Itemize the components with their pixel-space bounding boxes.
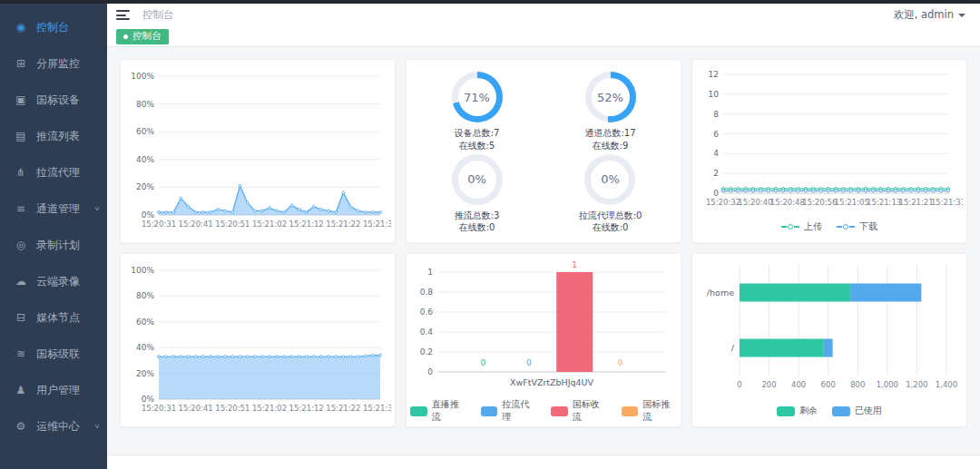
legend-item[interactable]: 剩余 [777,405,818,417]
svg-text:60%: 60% [136,127,154,136]
svg-text:15:20:51: 15:20:51 [215,404,250,413]
gauge-channels: 52%通道总数:17在线数:9 [584,72,635,151]
legend-item[interactable]: 拉流代理 [481,398,537,424]
svg-text:/: / [731,343,735,353]
chevron-down-icon [958,14,965,17]
svg-text:XwFtVZrtZbHJq4UV: XwFtVZrtZbHJq4UV [510,377,594,387]
svg-text:15:20:56: 15:20:56 [802,198,837,207]
sidebar-item-cloud-record[interactable]: ☁云端录像 [0,263,107,299]
sidebar-item-label: 媒体节点 [36,310,80,326]
svg-text:15:21:30: 15:21:30 [363,220,391,229]
svg-text:15:21:02: 15:21:02 [252,404,287,413]
cpu-usage-chart: 100%80%60%40%20%0%15:20:3115:20:4115:20:… [124,64,391,239]
svg-text:600: 600 [821,380,836,389]
svg-text:60%: 60% [136,318,154,327]
gauge-percent: 0% [601,172,620,186]
sidebar-item-user-mgmt[interactable]: ♟用户管理 [0,372,107,408]
stream-stats-card: 10.80.60.40.200010XwFtVZrtZbHJq4UV 直播推流拉… [406,253,681,427]
legend-swatch-icon [551,406,568,416]
svg-text:100%: 100% [131,72,154,81]
gauge-ring: 0% [584,154,635,205]
main-area: 控制台 欢迎, admin 控制台 100%80%60%40%20%0%15:2… [107,4,980,469]
gauge-ring: 52% [585,72,636,122]
legend-item[interactable]: 国标推流 [622,398,678,424]
sidebar-item-split-monitor[interactable]: ⊞分屏监控 [0,45,107,82]
svg-text:0: 0 [427,367,433,376]
svg-text:/home: /home [707,288,734,298]
legend-label: 直播推流 [432,398,466,424]
gb-device-icon: ▣ [15,93,27,106]
sidebar-item-gb-devices[interactable]: ▣国标设备 [0,82,107,118]
svg-text:15:21:05: 15:21:05 [835,198,869,207]
sidebar-item-label: 推流列表 [36,129,80,144]
svg-text:80%: 80% [136,291,154,300]
legend-swatch-icon [777,406,795,416]
svg-text:0%: 0% [142,210,155,220]
sidebar-item-pull-proxy[interactable]: ⋔拉流代理 [0,154,107,191]
stats-gauges-card: 71%设备总数:7在线数:552%通道总数:17在线数:90%推流总数:3在线数… [406,59,681,243]
sidebar-item-media-node[interactable]: ⊟媒体节点 [0,299,107,336]
user-menu[interactable]: 欢迎, admin [894,8,965,22]
dashboard-icon: ◉ [15,21,27,34]
legend-swatch-icon [410,406,427,416]
legend-item[interactable]: 上传 [781,220,822,233]
memory-usage-card: 100%80%60%40%20%0%15:20:3115:20:4115:20:… [120,253,396,427]
legend-item[interactable]: 下载 [837,220,877,233]
svg-text:20%: 20% [136,182,154,191]
svg-text:2: 2 [713,169,719,178]
legend-item[interactable]: 国标收流 [551,398,607,424]
disk-usage-card: 02004006008001,0001,2001,400/home/ 剩余已使用 [691,253,967,427]
push-list-icon: ▤ [15,130,27,142]
dashboard-grid: 100%80%60%40%20%0%15:20:3115:20:4115:20:… [107,47,980,454]
cloud-record-icon: ☁ [15,275,27,288]
svg-text:0.2: 0.2 [420,347,433,357]
svg-text:15:20:48: 15:20:48 [770,198,805,207]
legend-item[interactable]: 已使用 [832,405,882,417]
legend-label: 拉流代理 [502,398,536,424]
svg-text:15:21:13: 15:21:13 [867,198,901,207]
legend-item[interactable]: 直播推流 [410,398,466,424]
record-plan-icon: ◎ [15,239,27,251]
gauge-percent: 71% [464,91,490,104]
sidebar-item-ops-center[interactable]: ⚙运维中心∨ [0,408,107,445]
legend-label: 已使用 [855,405,882,417]
svg-text:15:21:02: 15:21:02 [252,220,287,229]
memory-usage-chart: 100%80%60%40%20%0%15:20:3115:20:4115:20:… [124,258,391,423]
svg-text:0: 0 [526,358,532,367]
sidebar-item-record-plan[interactable]: ◎录制计划 [0,227,107,263]
sidebar-item-label: 运维中心 [36,419,80,435]
gauge-label: 推流总数:3在线数:0 [455,210,500,234]
gauge-devices: 71%设备总数:7在线数:5 [452,72,503,151]
tab-bar: 控制台 [107,26,980,47]
collapse-menu-icon[interactable] [116,10,130,20]
sidebar-item-label: 拉流代理 [36,165,80,181]
sidebar: ◉控制台⊞分屏监控▣国标设备▤推流列表⋔拉流代理≡通道管理∨◎录制计划☁云端录像… [0,4,107,469]
svg-text:15:20:41: 15:20:41 [179,220,213,229]
sidebar-item-gb-cascade[interactable]: ≋国标级联 [0,336,107,372]
app-root: ◉控制台⊞分屏监控▣国标设备▤推流列表⋔拉流代理≡通道管理∨◎录制计划☁云端录像… [0,4,980,469]
gauge-push: 0%推流总数:3在线数:0 [452,154,503,234]
svg-text:200: 200 [761,380,776,389]
disk-legend: 剩余已使用 [696,399,963,423]
svg-text:15:21:22: 15:21:22 [326,220,360,229]
network-bandwidth-chart: 12108642015:20:3215:20:4015:20:4815:20:5… [696,64,963,215]
svg-text:15:21:31: 15:21:31 [931,198,963,207]
sidebar-item-push-list[interactable]: ▤推流列表 [0,118,107,154]
svg-text:40%: 40% [136,343,154,352]
legend-label: 下载 [859,220,877,233]
sidebar-item-label: 分屏监控 [36,56,80,72]
legend-swatch-icon [481,406,498,416]
svg-text:1: 1 [572,260,577,269]
svg-text:1,200: 1,200 [906,380,927,389]
network-bandwidth-card: 12108642015:20:3215:20:4015:20:4815:20:5… [691,59,967,243]
sidebar-item-channel-mgmt[interactable]: ≡通道管理∨ [0,191,107,227]
svg-text:12: 12 [709,70,719,79]
svg-text:400: 400 [791,380,806,389]
svg-text:0: 0 [618,358,623,367]
sidebar-item-label: 国标设备 [36,93,80,108]
svg-text:15:20:40: 15:20:40 [738,198,772,207]
welcome-text: 欢迎, admin [894,8,954,22]
svg-text:15:21:12: 15:21:12 [289,404,324,413]
sidebar-item-console[interactable]: ◉控制台 [0,9,107,45]
tab-console[interactable]: 控制台 [116,29,169,44]
